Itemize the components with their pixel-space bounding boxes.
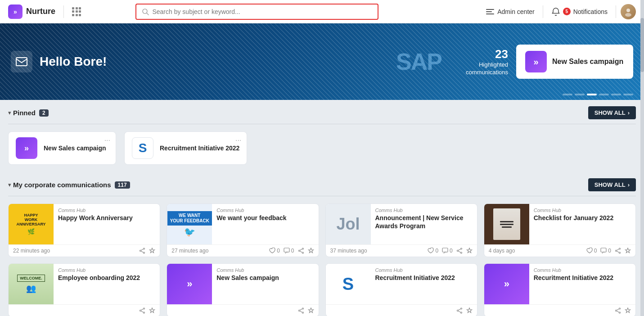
topnav-right-actions: Admin center 5 Notifications xyxy=(482,4,636,19)
comm-card-service-awards[interactable]: Jol Comms Hub Announcement | New Service… xyxy=(325,203,477,257)
carousel-dot-2[interactable] xyxy=(575,94,585,95)
pinned-card-menu-icon[interactable]: ··· xyxy=(104,136,110,144)
svg-point-23 xyxy=(619,248,621,249)
svg-point-2 xyxy=(626,9,630,12)
pin-button[interactable] xyxy=(308,248,314,254)
comm-source: Comms Hub xyxy=(375,267,473,273)
carousel-dot-4[interactable] xyxy=(599,94,609,95)
share-button[interactable] xyxy=(298,307,304,314)
svg-point-40 xyxy=(457,310,458,311)
svg-line-20 xyxy=(458,249,460,250)
comment-button[interactable]: 0 xyxy=(600,248,611,254)
highlighted-count: 23 xyxy=(466,47,508,61)
notifications-button[interactable]: 5 Notifications xyxy=(548,7,611,16)
pinned-card-icon: » xyxy=(16,137,37,159)
share-icon xyxy=(139,307,145,314)
admin-center-button[interactable]: Admin center xyxy=(482,8,538,15)
share-button[interactable] xyxy=(456,248,463,254)
pin-icon xyxy=(466,248,473,254)
brand-logo[interactable]: » Nurture xyxy=(8,5,55,19)
scrollbar-thumb[interactable] xyxy=(640,18,644,72)
pinned-toggle-icon[interactable]: ▾ xyxy=(8,109,11,116)
comm-card-top: HAPPYWORKANNIVERSARY 🌿 Comms Hub Happy W… xyxy=(9,204,160,244)
svg-line-36 xyxy=(300,309,302,310)
like-button[interactable]: 0 xyxy=(269,248,280,254)
comms-grid: HAPPYWORKANNIVERSARY 🌿 Comms Hub Happy W… xyxy=(8,196,636,316)
carousel-dot-5[interactable] xyxy=(611,94,621,95)
carousel-dot-3[interactable] xyxy=(587,94,597,95)
comm-info: Comms Hub Recuritment Initiative 2022 xyxy=(529,264,635,304)
hero-mail-icon xyxy=(11,51,32,72)
share-button[interactable] xyxy=(139,248,145,254)
pin-button[interactable] xyxy=(625,307,631,314)
pin-button[interactable] xyxy=(466,307,473,314)
pin-icon xyxy=(149,248,155,254)
comm-timestamp: 4 days ago xyxy=(489,248,515,254)
comment-button[interactable]: 0 xyxy=(284,248,294,254)
pinned-section-title: Pinned xyxy=(13,109,36,117)
featured-card-icon: » xyxy=(525,51,547,72)
comm-card-recuritment-initiative[interactable]: » Comms Hub Recuritment Initiative 2022 xyxy=(484,263,636,316)
share-button[interactable] xyxy=(456,307,463,314)
svg-rect-10 xyxy=(284,248,289,252)
share-button[interactable] xyxy=(298,248,304,254)
pinned-show-all-button[interactable]: SHOW ALL › xyxy=(588,106,636,119)
carousel-dot-1[interactable] xyxy=(563,94,572,95)
notifications-label: Notifications xyxy=(573,8,608,15)
svg-line-9 xyxy=(141,251,144,253)
search-icon xyxy=(142,8,149,15)
search-bar[interactable] xyxy=(135,4,378,20)
svg-point-19 xyxy=(457,250,458,252)
svg-line-31 xyxy=(141,309,144,310)
comm-card-bottom: 22 minutes ago xyxy=(9,244,160,257)
comm-card-happy-anniversary[interactable]: HAPPYWORKANNIVERSARY 🌿 Comms Hub Happy W… xyxy=(8,203,160,257)
like-button[interactable]: 0 xyxy=(586,248,597,254)
comm-card-employee-onboarding[interactable]: WELCOME. 👥 Comms Hub Employee onboarding… xyxy=(8,263,160,316)
chevron-right-icon: › xyxy=(628,181,630,188)
pin-button[interactable] xyxy=(466,248,473,254)
comm-source: Comms Hub xyxy=(216,267,314,273)
pinned-card-menu-icon[interactable]: ··· xyxy=(235,136,241,144)
comm-thumbnail: » xyxy=(167,264,212,304)
comm-card-checklist[interactable]: Comms Hub Checklist for January 2022 4 d… xyxy=(484,203,636,257)
pin-button[interactable] xyxy=(308,307,314,314)
comm-thumbnail: » xyxy=(484,264,529,304)
user-avatar[interactable] xyxy=(621,4,636,19)
comm-timestamp: 37 minutes ago xyxy=(330,248,367,254)
comm-card-feedback[interactable]: WE WANTYOUR FEEDBACK 🐦 Comms Hub We want… xyxy=(167,203,319,257)
pinned-card-title: Recruitment Initiative 2022 xyxy=(160,144,239,152)
app-name: Nurture xyxy=(26,7,55,16)
pin-button[interactable] xyxy=(149,307,155,314)
comm-card-bottom xyxy=(167,304,318,316)
scrollbar[interactable] xyxy=(640,0,644,316)
pinned-card[interactable]: S Recruitment Initiative 2022 ··· xyxy=(124,131,247,165)
pin-button[interactable] xyxy=(625,248,631,254)
comment-count: 0 xyxy=(291,248,294,254)
comm-card-top: WE WANTYOUR FEEDBACK 🐦 Comms Hub We want… xyxy=(167,204,318,244)
svg-line-1 xyxy=(147,13,149,15)
comm-card-recruitment-initiative[interactable]: S Comms Hub Recruitment Initiative 2022 xyxy=(325,263,477,316)
comment-button[interactable]: 0 xyxy=(442,248,453,254)
search-input[interactable] xyxy=(152,8,372,15)
my-comms-toggle-icon[interactable]: ▾ xyxy=(8,181,11,188)
like-count: 0 xyxy=(435,248,438,254)
featured-campaign-card[interactable]: » New Sales campaign xyxy=(516,45,633,79)
my-comms-show-all-button[interactable]: SHOW ALL › xyxy=(588,178,636,191)
carousel-dot-6[interactable] xyxy=(623,94,633,95)
pin-icon xyxy=(625,248,631,254)
comment-count: 0 xyxy=(608,248,611,254)
app-icon: » xyxy=(8,5,23,19)
comment-count: 0 xyxy=(450,248,453,254)
svg-point-7 xyxy=(140,250,141,252)
like-icon xyxy=(269,248,275,254)
pin-icon xyxy=(625,307,631,314)
grid-menu-icon[interactable] xyxy=(72,7,81,16)
pin-button[interactable] xyxy=(149,248,155,254)
comm-card-new-sales-campaign[interactable]: » Comms Hub New Sales campaign xyxy=(167,263,319,316)
share-button[interactable] xyxy=(615,307,621,314)
share-button[interactable] xyxy=(615,248,621,254)
like-button[interactable]: 0 xyxy=(428,248,438,254)
share-button[interactable] xyxy=(139,307,145,314)
svg-point-38 xyxy=(460,308,462,309)
pinned-card[interactable]: » New Sales campaign ··· xyxy=(8,131,116,165)
